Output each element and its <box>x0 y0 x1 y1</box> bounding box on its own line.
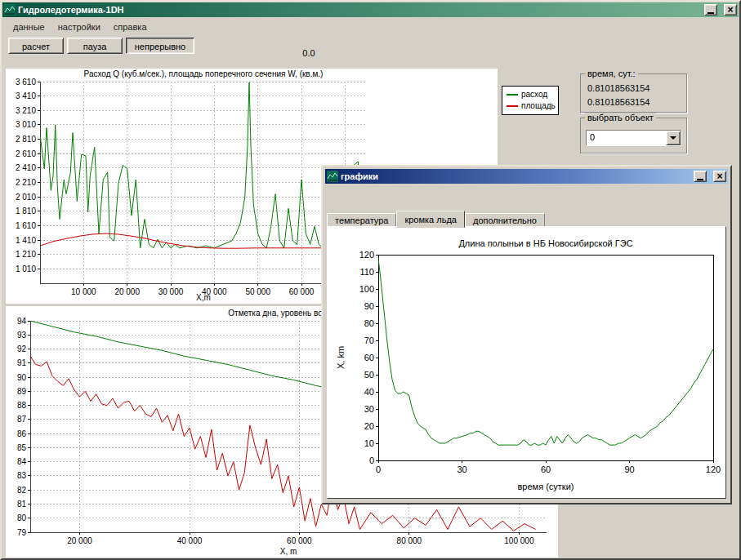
svg-text:86: 86 <box>17 429 27 438</box>
svg-text:93: 93 <box>17 331 27 340</box>
calc-button[interactable]: расчет <box>8 38 64 54</box>
graphs-close-button[interactable]: × <box>713 171 726 182</box>
svg-text:10: 10 <box>364 438 374 448</box>
svg-text:30 000: 30 000 <box>158 287 184 296</box>
svg-text:10 000: 10 000 <box>71 287 96 296</box>
graphs-window-controls: × <box>694 171 726 182</box>
graphs-minimize-button[interactable] <box>694 171 707 182</box>
svg-text:1 210: 1 210 <box>16 250 36 259</box>
svg-text:2 410: 2 410 <box>16 163 36 172</box>
svg-text:40: 40 <box>364 387 374 397</box>
svg-text:80: 80 <box>364 318 374 328</box>
svg-text:2 210: 2 210 <box>16 178 36 187</box>
svg-text:83: 83 <box>17 471 27 480</box>
svg-text:3 010: 3 010 <box>16 120 36 129</box>
polynya-length-chart: 03060901200102030405060708090100110120Дл… <box>331 230 725 493</box>
time-value-1: 0.81018563154 <box>587 82 686 96</box>
main-window: Гидроледотермика-1DH × данные настройки … <box>0 0 741 560</box>
svg-text:84: 84 <box>17 457 27 466</box>
svg-text:100: 100 <box>359 284 374 294</box>
graphs-titlebar[interactable]: графики × <box>325 169 728 184</box>
svg-text:90: 90 <box>364 301 374 311</box>
svg-text:89: 89 <box>17 387 27 396</box>
tab-ice-edge[interactable]: кромка льда <box>396 211 465 228</box>
object-groupbox: выбрать объект 0 <box>580 118 687 153</box>
menu-item-settings[interactable]: настройки <box>51 20 107 33</box>
time-group-title: время, сут.: <box>585 69 638 78</box>
svg-text:94: 94 <box>17 317 27 326</box>
svg-text:60: 60 <box>541 464 551 474</box>
minimize-icon <box>708 12 714 14</box>
app-icon <box>4 4 16 16</box>
svg-text:81: 81 <box>17 500 27 509</box>
graphs-window-icon <box>327 171 338 182</box>
svg-text:2 010: 2 010 <box>16 193 36 202</box>
svg-text:0: 0 <box>369 456 374 465</box>
minimize-button[interactable] <box>704 4 717 16</box>
svg-text:3 210: 3 210 <box>16 106 36 115</box>
svg-text:60 000: 60 000 <box>289 287 315 296</box>
svg-text:82: 82 <box>17 486 27 495</box>
main-titlebar[interactable]: Гидроледотермика-1DH × <box>2 2 739 17</box>
menu-item-data[interactable]: данные <box>7 20 51 33</box>
tab-additional[interactable]: дополнительно <box>465 213 545 227</box>
graphs-minimize-icon <box>697 179 703 180</box>
tab-temperature[interactable]: температура <box>327 213 396 227</box>
continuous-button[interactable]: непрерывно <box>126 38 194 54</box>
svg-text:Длина полыньи в НБ Новосибирск: Длина полыньи в НБ Новосибирской ГЭС <box>458 238 632 248</box>
legend-item-area: площадь <box>507 100 554 112</box>
legend-label-area: площадь <box>521 100 556 112</box>
svg-text:X, km: X, km <box>336 346 346 369</box>
svg-text:88: 88 <box>17 401 27 410</box>
legend-label-flow: расход <box>521 89 547 100</box>
svg-text:100 000: 100 000 <box>504 536 534 545</box>
graphs-close-icon: × <box>716 172 722 180</box>
svg-text:20 000: 20 000 <box>67 536 92 545</box>
time-groupbox: время, сут.: 0.81018563154 0.81018563154 <box>580 73 687 113</box>
svg-text:110: 110 <box>359 267 374 277</box>
pause-button[interactable]: пауза <box>67 38 123 54</box>
polynya-chart-holder: 03060901200102030405060708090100110120Дл… <box>331 230 725 493</box>
svg-text:90: 90 <box>624 464 634 474</box>
svg-text:30: 30 <box>457 464 466 474</box>
svg-text:20: 20 <box>364 421 374 431</box>
svg-text:50: 50 <box>364 370 374 380</box>
svg-text:87: 87 <box>17 415 27 424</box>
svg-text:85: 85 <box>17 443 27 452</box>
svg-text:80 000: 80 000 <box>397 536 422 545</box>
svg-text:70: 70 <box>364 336 374 345</box>
object-select[interactable]: 0 <box>586 130 681 146</box>
svg-text:1 610: 1 610 <box>16 221 36 230</box>
svg-text:90: 90 <box>17 373 27 382</box>
ice-edge-tab-panel: 03060901200102030405060708090100110120Дл… <box>327 226 726 499</box>
graphs-window: графики × температура кромка льда дополн… <box>321 165 732 504</box>
svg-text:79: 79 <box>17 528 27 537</box>
object-group-title: выбрать объект <box>585 113 656 122</box>
object-select-button[interactable] <box>666 131 681 145</box>
svg-text:1 810: 1 810 <box>16 207 36 216</box>
close-icon: × <box>727 6 733 14</box>
menu-item-help[interactable]: справка <box>107 20 154 33</box>
svg-text:Расход Q (куб.м/сек.), площадь: Расход Q (куб.м/сек.), площадь поперечно… <box>84 69 324 78</box>
svg-text:120: 120 <box>359 250 374 260</box>
graphs-window-title: графики <box>341 171 691 181</box>
svg-text:2 610: 2 610 <box>16 149 36 158</box>
flow-line-swatch <box>507 94 518 96</box>
svg-text:60: 60 <box>364 353 374 362</box>
svg-text:40 000: 40 000 <box>177 536 203 545</box>
svg-text:30: 30 <box>364 404 374 414</box>
window-title: Гидроледотермика-1DH <box>18 5 702 15</box>
area-line-swatch <box>507 105 518 107</box>
svg-text:80: 80 <box>17 513 27 522</box>
svg-text:X, m: X, m <box>280 547 297 556</box>
close-button[interactable]: × <box>724 4 737 16</box>
legend-item-flow: расход <box>507 89 554 100</box>
svg-text:3 610: 3 610 <box>16 78 36 87</box>
dropdown-arrow-icon <box>670 136 676 140</box>
chart-legend: расход площадь <box>502 86 559 115</box>
menu-bar: данные настройки справка <box>3 20 738 34</box>
svg-text:60 000: 60 000 <box>287 536 312 545</box>
svg-text:91: 91 <box>17 358 27 367</box>
time-value-2: 0.81018563154 <box>587 96 686 109</box>
svg-text:время (сутки): время (сутки) <box>518 482 574 491</box>
